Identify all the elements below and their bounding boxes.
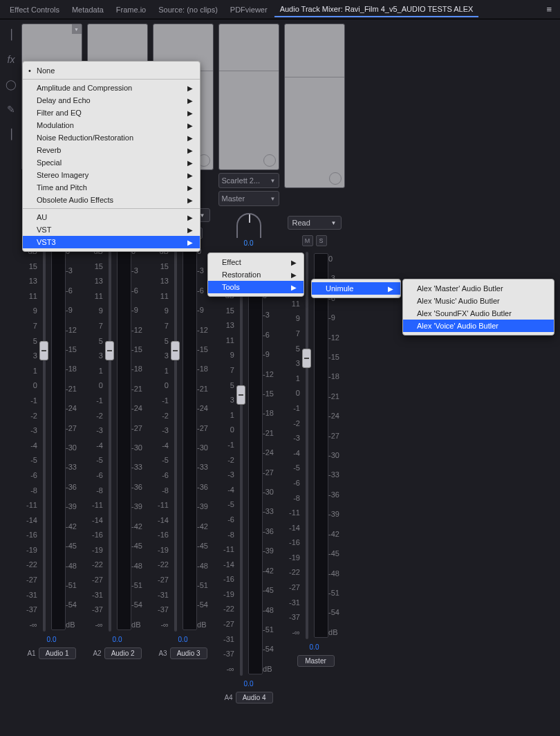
plugin-menu-item[interactable]: Alex 'Voice' Audio Butler (403, 320, 554, 332)
tool-brush-icon[interactable]: ✎ (7, 104, 15, 115)
mixer-sidebar-tools: ⎮ fx ◯ ✎ ⎮ (3, 24, 19, 703)
track-code: A3 (158, 650, 167, 657)
track-name-field[interactable]: Audio 2 (104, 647, 142, 659)
tab-source[interactable]: Source: (no clips) (153, 3, 223, 17)
meter-scale: 0-3-6-9-12-15-18-21-24-27-30-33-36-39-42… (328, 252, 344, 639)
track-Master: Read▼MSdB151311975310-1-2-3-4-5-6-8-11-1… (282, 24, 346, 703)
fader-slot[interactable] (169, 244, 183, 632)
meter-scale: 0-3-6-9-12-15-18-21-24-27-30-33-36-39-42… (66, 244, 82, 632)
tool-line-icon[interactable]: ⎮ (9, 29, 14, 40)
gain-scale: dB151311975310-1-2-3-4-5-6-8-11-14-16-19… (218, 288, 234, 676)
level-meter (183, 246, 198, 630)
track-code: A2 (93, 650, 101, 657)
plugin-menu-item[interactable]: Alex 'Master' Audio Butler (403, 282, 554, 295)
menu-item[interactable]: Time and Pitch▶ (23, 181, 200, 194)
fx-knob-icon[interactable] (263, 154, 276, 167)
s-button[interactable]: S (316, 235, 327, 246)
fader-handle[interactable] (302, 349, 311, 368)
tab-metadata[interactable]: Metadata (66, 3, 109, 17)
fader-box: dB151311975310-1-2-3-4-5-6-8-11-14-16-19… (87, 244, 148, 632)
menu-item[interactable]: Filter and EQ▶ (23, 107, 200, 119)
menu-item[interactable]: Obsolete Audio Effects▶ (23, 194, 200, 206)
tab-effect-controls[interactable]: Effect Controls (4, 3, 65, 17)
plugin-menu-item[interactable]: Alex 'SoundFX' Audio Butler (403, 307, 554, 320)
gain-value[interactable]: 0.0 (47, 636, 57, 643)
tab-pdfviewer[interactable]: PDFviewer (225, 3, 273, 17)
tool-fx-icon[interactable]: fx (8, 54, 15, 65)
master-output-label: Master (222, 194, 245, 203)
menu-item[interactable]: AU▶ (23, 211, 200, 223)
gain-value[interactable]: 0.0 (178, 636, 188, 643)
track-name-field[interactable]: Audio 1 (39, 647, 76, 659)
level-meter (314, 253, 329, 638)
fx-knob-icon[interactable] (329, 172, 342, 185)
gain-scale: dB151311975310-1-2-3-4-5-6-8-11-14-16-19… (21, 244, 37, 632)
fader-handle[interactable] (39, 341, 48, 360)
menu-item[interactable]: Special▶ (23, 156, 200, 169)
tab-audio-track-mixer[interactable]: Audio Track Mixer: Ravi_Film 4_v5_AUDIO … (274, 2, 479, 17)
level-meter (117, 246, 132, 630)
menu-item[interactable]: Reverb▶ (23, 144, 200, 156)
fx-slot[interactable] (284, 24, 345, 188)
track-name-field[interactable]: Master (297, 655, 335, 667)
fx-context-menu[interactable]: •NoneAmplitude and Compression▶Delay and… (22, 61, 200, 252)
fader-box: dB151311975310-1-2-3-4-5-6-8-11-14-16-19… (21, 244, 82, 632)
level-meter (51, 246, 66, 630)
track-code: A4 (224, 694, 232, 701)
pan-knob[interactable] (236, 213, 261, 238)
send-output-slot[interactable]: Scarlett 2...▼ (218, 173, 279, 188)
track-Audio 4: Scarlett 2...▼Master▼0.0Read▼MSRdB151311… (216, 24, 281, 703)
panel-menu-icon[interactable]: ≡ (542, 4, 556, 15)
gain-value[interactable]: 0.0 (244, 680, 254, 688)
menu-item[interactable]: Noise Reduction/Restoration▶ (23, 131, 200, 144)
fader-slot[interactable] (37, 244, 51, 632)
menu-item[interactable]: Stereo Imagery▶ (23, 169, 200, 181)
gain-value[interactable]: 0.0 (310, 643, 319, 651)
submenu-item[interactable]: Unimule▶ (312, 282, 400, 295)
tool-send-icon[interactable]: ◯ (6, 79, 17, 90)
fader-slot[interactable] (300, 252, 314, 639)
tools-submenu[interactable]: Unimule▶ (311, 279, 401, 298)
track-label: A4Audio 4 (224, 692, 272, 703)
track-label: A1Audio 1 (27, 647, 75, 659)
fader-box: dB151311975310-1-2-3-4-5-6-8-11-14-16-19… (153, 244, 214, 632)
menu-item-none[interactable]: •None (23, 64, 200, 77)
gain-scale: dB151311975310-1-2-3-4-5-6-8-11-14-16-19… (153, 244, 169, 632)
fader-handle[interactable] (171, 341, 180, 360)
automation-mode-dropdown[interactable]: Read▼ (288, 216, 342, 230)
plugin-menu-item[interactable]: Alex 'Music' Audio Butler (403, 295, 554, 307)
panel-tabs[interactable]: Effect Controls Metadata Frame.io Source… (0, 0, 560, 19)
tab-frameio[interactable]: Frame.io (111, 3, 151, 17)
m-button[interactable]: M (302, 235, 313, 246)
tool-line2-icon[interactable]: ⎮ (9, 129, 14, 140)
fader-handle[interactable] (236, 385, 245, 405)
menu-item[interactable]: VST▶ (23, 223, 200, 236)
menu-item[interactable]: Modulation▶ (23, 119, 200, 131)
fader-box: dB151311975310-1-2-3-4-5-6-8-11-14-16-19… (218, 288, 279, 676)
fader-handle[interactable] (105, 341, 114, 360)
fader-slot[interactable] (234, 288, 248, 676)
submenu-item[interactable]: Restoration▶ (208, 268, 304, 281)
menu-item[interactable]: Amplitude and Compression▶ (23, 82, 200, 94)
unimule-submenu[interactable]: Alex 'Master' Audio ButlerAlex 'Music' A… (402, 279, 554, 335)
vst3-submenu[interactable]: Effect▶Restoration▶Tools▶ (207, 252, 304, 297)
pan-value[interactable]: 0.0 (244, 239, 254, 247)
submenu-item[interactable]: Tools▶ (208, 281, 304, 293)
fader-slot[interactable] (103, 244, 117, 632)
chevron-down-icon: ▼ (270, 178, 276, 184)
track-name-field[interactable]: Audio 3 (170, 647, 207, 659)
gain-value[interactable]: 0.0 (113, 636, 122, 643)
track-name-field[interactable]: Audio 4 (236, 692, 273, 703)
track-code: A1 (27, 650, 35, 657)
menu-item[interactable]: VST3▶ (23, 236, 200, 248)
master-output-slot[interactable]: Master▼ (218, 191, 279, 206)
fx-slot[interactable] (218, 24, 279, 170)
level-meter (248, 290, 263, 674)
chevron-down-icon: ▼ (270, 196, 276, 202)
menu-item[interactable]: Delay and Echo▶ (23, 94, 200, 107)
send-output-label: Scarlett 2... (222, 176, 261, 185)
fx-dropdown-icon[interactable]: ▼ (72, 24, 82, 34)
submenu-item[interactable]: Effect▶ (208, 256, 304, 268)
meter-scale: 0-3-6-9-12-15-18-21-24-27-30-33-36-39-42… (263, 288, 279, 676)
msr-buttons: MS (302, 235, 327, 246)
